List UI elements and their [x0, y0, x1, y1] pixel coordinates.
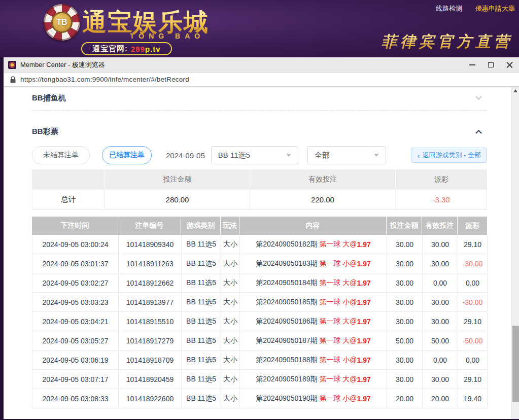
- scrollbar-thumb[interactable]: [512, 326, 519, 402]
- bet-valid-amount: 30.00: [423, 235, 458, 254]
- bet-header-cell: 注单编号: [118, 217, 181, 235]
- bet-pick: 第一球 小@: [319, 259, 357, 268]
- link-line-check[interactable]: 线路检测: [436, 4, 462, 13]
- summary-value: 220.00: [250, 190, 396, 210]
- scope-select-value: 全部: [315, 151, 330, 160]
- scroll-up-arrow-icon[interactable]: [513, 89, 517, 92]
- bet-amount: 30.00: [387, 254, 423, 273]
- bet-period: 第202409050182期: [256, 240, 317, 249]
- bet-game-category: BB 11选5: [182, 389, 221, 408]
- bet-period: 第202409050188期: [256, 356, 317, 365]
- bet-order-id: 101418920459: [119, 370, 182, 389]
- bet-payout: 29.10: [458, 370, 488, 389]
- game-select[interactable]: BB 11选5: [211, 146, 298, 164]
- bet-row: 2024-09-05 03:08:33101418922600BB 11选5大小…: [32, 389, 487, 408]
- bet-header-cell: 投注金额: [387, 217, 422, 235]
- bet-play-type: 大小: [221, 273, 240, 292]
- minimize-icon: [469, 64, 475, 65]
- bet-content: 第202409050182期 第一球 大@1.97: [240, 235, 387, 254]
- summary-header-cell: 有效投注: [250, 169, 396, 190]
- bet-header-cell: 内容: [239, 217, 387, 235]
- bet-content: 第202409050188期 第一球 小@1.97: [240, 351, 387, 369]
- section-bb-fishing: BB捕鱼机: [32, 92, 487, 104]
- bet-payout: 29.10: [458, 312, 488, 331]
- scope-select[interactable]: 全部: [307, 146, 386, 164]
- browser-address-bar[interactable]: https://tongbao31.com:9900/infe/mcenter/…: [4, 73, 519, 87]
- bet-content: 第202409050183期 第一球 小@1.97: [240, 254, 387, 273]
- bet-content: 第202409050186期 第一球 大@1.97: [240, 312, 387, 331]
- section-title-bb-fishing: BB捕鱼机: [32, 93, 66, 103]
- chip-tb-label: TB: [51, 12, 73, 33]
- bet-period: 第202409050187期: [256, 336, 317, 345]
- bet-row: 2024-09-05 03:03:23101418913977BB 11选5大小…: [32, 293, 487, 312]
- bet-play-type: 大小: [221, 389, 240, 408]
- bet-odds: 1.97: [357, 260, 371, 268]
- bet-game-category: BB 11选5: [182, 273, 221, 292]
- maximize-icon: [488, 62, 494, 67]
- summary-total-label: 总计: [32, 190, 105, 210]
- caret-down-icon: [374, 154, 379, 157]
- chevron-up-icon: [475, 129, 482, 136]
- bet-table-header: 下注时间注单编号游戏类别玩法内容投注金额有效投注派彩: [32, 217, 487, 235]
- bet-table-body: 2024-09-05 03:00:24101418909340BB 11选5大小…: [32, 235, 487, 408]
- bet-valid-amount: 30.00: [423, 370, 458, 389]
- bet-valid-amount: 30.00: [423, 312, 458, 331]
- bet-order-id: 101418913977: [119, 293, 182, 311]
- bet-pick: 第一球 小@: [319, 298, 357, 307]
- bet-amount: 30.00: [387, 351, 423, 369]
- lock-icon: [10, 76, 16, 83]
- official-site-tld: .tv: [150, 45, 161, 53]
- bet-odds: 1.97: [357, 356, 371, 364]
- link-promo-hall[interactable]: 優惠申請大廳: [475, 4, 515, 13]
- summary-header-cell: [32, 169, 105, 190]
- bet-odds: 1.97: [357, 337, 371, 345]
- bet-pick: 第一球 大@: [319, 375, 357, 384]
- bet-pick: 第一球 小@: [319, 356, 357, 365]
- bet-pick: 第一球 大@: [319, 336, 357, 345]
- bb-fishing-collapse-toggle[interactable]: [471, 93, 486, 103]
- game-select-value: BB 11选5: [218, 151, 250, 160]
- summary-table-total-row: 总计280.00220.00-3.30: [32, 190, 487, 210]
- bet-order-id: 101418922600: [119, 389, 182, 408]
- brand-chip-icon: TB: [44, 4, 80, 41]
- summary-value: -3.30: [396, 190, 487, 210]
- url-text: https://tongbao31.com:9900/infe/mcenter/…: [20, 76, 189, 83]
- summary-value: 280.00: [105, 190, 250, 210]
- date-picker[interactable]: 2024-09-05: [166, 151, 205, 160]
- bet-amount: 30.00: [387, 312, 423, 331]
- bet-order-id: 101418918709: [119, 351, 182, 369]
- bet-period: 第202409050184期: [256, 278, 317, 288]
- tab-unsettled-bets[interactable]: 未结算注单: [32, 146, 90, 164]
- summary-header-cell: 投注金额: [105, 169, 250, 190]
- bet-time: 2024-09-05 03:08:33: [32, 389, 119, 408]
- bet-time: 2024-09-05 03:03:23: [32, 293, 119, 311]
- bet-time: 2024-09-05 03:06:19: [32, 351, 119, 369]
- bet-odds: 1.97: [357, 375, 371, 383]
- tab-settled-bets[interactable]: 已结算注单: [102, 146, 152, 164]
- header-links: 线路检测 優惠申請大廳: [436, 4, 515, 13]
- site-header: TB 通宝娱乐城 TONG BAO 通宝官网: 289 p .tv 线路检测 優…: [0, 0, 519, 57]
- bet-row: 2024-09-05 03:00:24101418909340BB 11选5大小…: [32, 235, 487, 254]
- summary-table: 投注金额有效投注派彩 总计280.00220.00-3.30: [32, 169, 487, 210]
- official-site-number: 289: [131, 45, 145, 53]
- maximize-button[interactable]: [481, 57, 500, 72]
- bet-play-type: 大小: [221, 293, 240, 311]
- bet-content: 第202409050184期 第一球 大@1.97: [240, 273, 387, 292]
- bet-row: 2024-09-05 03:04:21101418915510BB 11选5大小…: [32, 312, 487, 331]
- section-divider: [32, 110, 487, 111]
- bet-header-cell: 玩法: [221, 217, 239, 235]
- back-to-game-category-button[interactable]: ‹ 返回游戏类别 - 全部: [411, 148, 487, 163]
- browser-titlebar: Member Center - 极速浏览器: [4, 57, 519, 73]
- minimize-button[interactable]: [463, 57, 481, 72]
- bet-pick: 第一球 小@: [319, 394, 357, 403]
- official-site-label: 通宝官网:: [92, 44, 128, 54]
- vertical-scrollbar[interactable]: [511, 87, 519, 419]
- bet-time: 2024-09-05 03:07:17: [32, 370, 119, 389]
- bb-lottery-collapse-toggle[interactable]: [471, 126, 486, 136]
- bet-header-cell: 下注时间: [32, 217, 118, 235]
- bet-valid-amount: 30.00: [423, 254, 458, 273]
- bet-amount: 30.00: [387, 235, 423, 254]
- close-button[interactable]: [500, 57, 519, 72]
- chevron-down-icon: [475, 93, 482, 100]
- bet-odds: 1.97: [357, 298, 371, 306]
